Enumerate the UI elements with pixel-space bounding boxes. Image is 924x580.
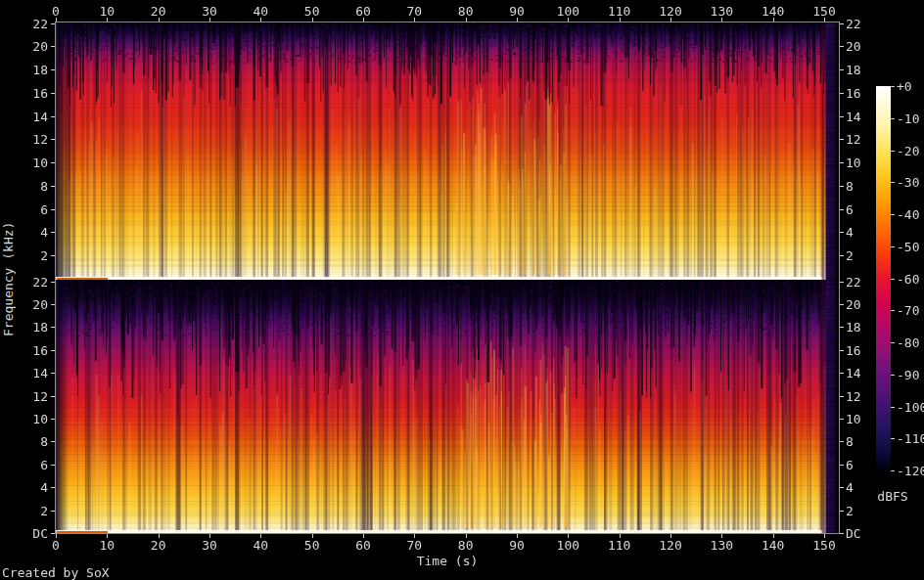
colorbar-tick-mark: [891, 182, 895, 183]
colorbar-tick-mark: [891, 246, 895, 247]
colorbar-tick-label: -60: [897, 272, 919, 285]
colorbar-tick-mark: [891, 214, 895, 215]
colorbar-tick-label: -110: [897, 432, 924, 445]
colorbar-tick-label: -70: [897, 304, 919, 317]
sox-credit: Created by SoX: [2, 565, 110, 580]
colorbar-tick-label: -10: [897, 112, 919, 124]
colorbar-tick-mark: [891, 342, 895, 343]
colorbar-tick-mark: [891, 86, 895, 87]
colorbar-tick-label: -120: [897, 465, 924, 477]
time-axis-title: Time (s): [56, 554, 839, 568]
colorbar-tick-mark: [891, 151, 895, 152]
colorbar-tick-mark: [891, 407, 895, 408]
colorbar-tick-mark: [891, 438, 895, 439]
colorbar-tick-mark: [891, 310, 895, 311]
colorbar-tick-mark: [891, 375, 895, 376]
colorbar-tick-label: -50: [897, 240, 919, 252]
colorbar-tick-mark: [891, 118, 895, 119]
colorbar-tick-label: -30: [897, 176, 919, 189]
colorbar-tick-label: -100: [897, 400, 924, 413]
colorbar-tick-mark: [891, 279, 895, 280]
colorbar-tick-label: -80: [897, 336, 919, 349]
colorbar-ticks: +0-10-20-30-40-50-60-70-80-90-100-110-12…: [0, 0, 924, 580]
colorbar-tick-label: +0: [897, 80, 912, 93]
colorbar-tick-label: -40: [897, 208, 919, 221]
colorbar-unit-label: dBFS: [863, 489, 922, 504]
colorbar-tick-mark: [891, 470, 895, 471]
colorbar-tick-label: -20: [897, 144, 919, 156]
colorbar-tick-label: -90: [897, 368, 919, 380]
